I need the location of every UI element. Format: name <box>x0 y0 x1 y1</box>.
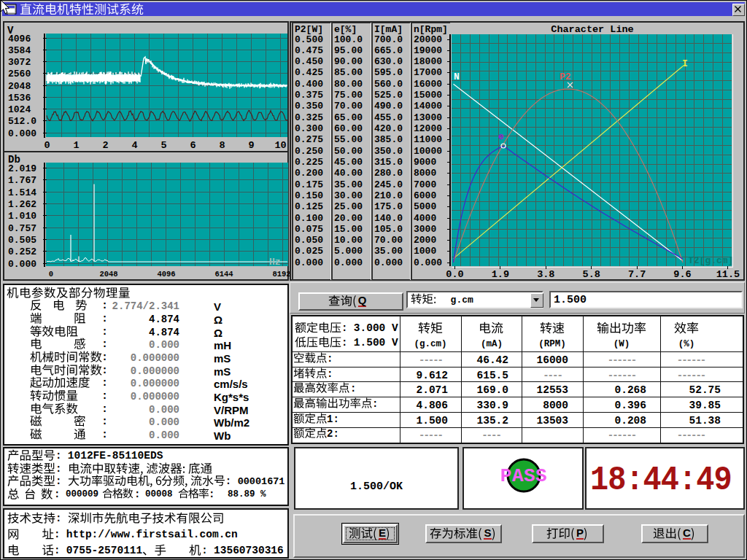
svg-text:5.000: 5.000 <box>334 246 363 257</box>
svg-text:665.0: 665.0 <box>374 45 403 56</box>
svg-text:3000: 3000 <box>414 224 436 235</box>
svg-text:20.00: 20.00 <box>334 213 363 224</box>
svg-text:35.00: 35.00 <box>374 246 403 257</box>
svg-text:420.0: 420.0 <box>374 123 403 134</box>
svg-text:512.0: 512.0 <box>8 116 36 127</box>
svg-text:0.375: 0.375 <box>295 90 323 101</box>
svg-text:2048: 2048 <box>99 270 117 279</box>
svg-text:105.0: 105.0 <box>374 224 403 235</box>
svg-text:0.500: 0.500 <box>295 34 323 45</box>
svg-text:80.00: 80.00 <box>334 79 363 90</box>
svg-text:8: 8 <box>219 140 225 151</box>
svg-text:Hz: Hz <box>269 257 281 268</box>
svg-text:0.225: 0.225 <box>295 157 323 168</box>
svg-text:1000: 1000 <box>414 246 436 257</box>
svg-text:210.0: 210.0 <box>374 190 403 201</box>
svg-text:7000: 7000 <box>414 179 436 190</box>
svg-text:0.000: 0.000 <box>414 257 442 268</box>
svg-text:280.0: 280.0 <box>374 168 403 179</box>
svg-text:525.0: 525.0 <box>374 90 403 101</box>
svg-text:10000: 10000 <box>414 146 442 157</box>
svg-text:45.00: 45.00 <box>334 157 363 168</box>
svg-text:0.350: 0.350 <box>295 101 323 112</box>
svg-text:0.050: 0.050 <box>295 235 323 246</box>
svg-text:9000: 9000 <box>414 157 436 168</box>
svg-text:100.0: 100.0 <box>334 34 363 45</box>
svg-text:50.00: 50.00 <box>334 146 363 157</box>
svg-text:0: 0 <box>49 270 53 279</box>
svg-text:6144: 6144 <box>214 270 233 279</box>
svg-text:1.9: 1.9 <box>492 269 509 280</box>
svg-text:5.8: 5.8 <box>583 269 600 280</box>
svg-text:0.000: 0.000 <box>295 257 323 268</box>
svg-text:5: 5 <box>160 140 166 151</box>
svg-text:0.325: 0.325 <box>295 112 323 123</box>
svg-text:25.00: 25.00 <box>334 201 363 212</box>
svg-text:60.00: 60.00 <box>334 123 363 134</box>
svg-text:0.425: 0.425 <box>295 67 323 78</box>
svg-text:4096: 4096 <box>8 34 31 44</box>
svg-text:700.0: 700.0 <box>374 34 403 45</box>
svg-text:4096: 4096 <box>157 270 175 279</box>
svg-text:0.075: 0.075 <box>295 224 323 235</box>
svg-text:0.000: 0.000 <box>374 257 403 268</box>
svg-text:8192: 8192 <box>272 270 290 279</box>
svg-text:11000: 11000 <box>414 134 442 145</box>
svg-text:30.00: 30.00 <box>334 190 363 201</box>
svg-text:16000: 16000 <box>414 79 442 90</box>
svg-text:1: 1 <box>73 140 79 151</box>
svg-text:3584: 3584 <box>8 45 31 56</box>
svg-text:0.300: 0.300 <box>295 123 323 134</box>
svg-text:2560: 2560 <box>8 69 31 79</box>
svg-text:1.514: 1.514 <box>8 187 36 198</box>
svg-text:20000: 20000 <box>414 34 442 45</box>
svg-text:10.00: 10.00 <box>334 235 363 246</box>
svg-text:11.5: 11.5 <box>716 269 740 280</box>
svg-text:385.0: 385.0 <box>374 134 403 145</box>
svg-text:0.150: 0.150 <box>295 190 323 201</box>
svg-text:1.767: 1.767 <box>8 175 36 186</box>
svg-text:40.00: 40.00 <box>334 168 363 179</box>
svg-text:490.0: 490.0 <box>374 101 403 112</box>
svg-text:P2: P2 <box>560 71 571 82</box>
svg-text:90.00: 90.00 <box>334 56 363 67</box>
svg-text:15000: 15000 <box>414 90 442 101</box>
svg-text:1024: 1024 <box>8 104 31 115</box>
svg-text:13000: 13000 <box>414 112 442 123</box>
svg-text:65.00: 65.00 <box>334 112 363 123</box>
svg-text:4: 4 <box>131 140 137 151</box>
svg-text:175.0: 175.0 <box>374 201 403 212</box>
svg-text:2.019: 2.019 <box>8 163 36 174</box>
svg-text:35.00: 35.00 <box>334 179 363 190</box>
svg-text:6: 6 <box>190 140 196 151</box>
svg-text:0.200: 0.200 <box>295 168 323 179</box>
svg-text:T2[g.cm]: T2[g.cm] <box>688 255 733 266</box>
svg-text:1536: 1536 <box>8 93 31 104</box>
svg-text:3.8: 3.8 <box>537 269 554 280</box>
svg-text:0.0: 0.0 <box>446 269 463 280</box>
svg-text:0: 0 <box>44 140 50 151</box>
svg-text:0.000: 0.000 <box>8 128 36 139</box>
svg-text:0.400: 0.400 <box>295 79 323 90</box>
svg-text:I: I <box>682 58 688 69</box>
svg-text:1.010: 1.010 <box>8 211 36 222</box>
svg-text:0.000: 0.000 <box>334 257 363 268</box>
svg-text:0.000: 0.000 <box>8 259 36 270</box>
svg-text:9.6: 9.6 <box>673 269 691 280</box>
svg-text:350.0: 350.0 <box>374 146 403 157</box>
svg-text:0.125: 0.125 <box>295 201 323 212</box>
svg-text:2: 2 <box>102 140 108 151</box>
svg-text:95.00: 95.00 <box>334 45 363 56</box>
svg-text:18000: 18000 <box>414 56 442 67</box>
svg-text:12000: 12000 <box>414 123 442 134</box>
svg-text:85.00: 85.00 <box>334 67 363 78</box>
svg-text:10: 10 <box>274 140 286 151</box>
svg-text:0.252: 0.252 <box>8 246 36 257</box>
svg-text:5000: 5000 <box>414 201 436 212</box>
svg-text:14000: 14000 <box>414 101 442 112</box>
svg-text:Character Line: Character Line <box>551 24 633 35</box>
svg-text:0.450: 0.450 <box>295 56 323 67</box>
svg-text:15.00: 15.00 <box>334 224 363 235</box>
svg-text:2048: 2048 <box>8 81 31 92</box>
svg-text:245.0: 245.0 <box>374 179 403 190</box>
